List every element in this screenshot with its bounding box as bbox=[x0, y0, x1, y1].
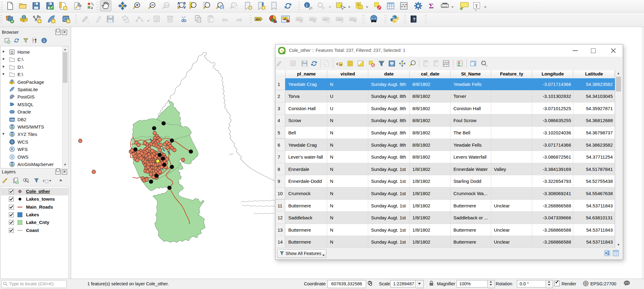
svg-text:ε: ε bbox=[336, 61, 339, 66]
svg-text:DB2: DB2 bbox=[10, 118, 15, 121]
svg-text:abc: abc bbox=[350, 17, 356, 21]
svg-text:V: V bbox=[11, 148, 13, 151]
svg-text:»: » bbox=[59, 177, 62, 183]
svg-text:?: ? bbox=[413, 17, 415, 22]
svg-text:i: i bbox=[306, 3, 307, 8]
svg-text:abc: abc bbox=[337, 17, 342, 21]
svg-text:1:1: 1:1 bbox=[165, 4, 169, 7]
svg-text:i: i bbox=[44, 38, 45, 43]
svg-text:ε: ε bbox=[43, 178, 45, 183]
svg-text:a: a bbox=[91, 5, 93, 10]
svg-text:ab: ab bbox=[283, 17, 287, 21]
svg-text:Σ: Σ bbox=[429, 2, 434, 10]
svg-text:T: T bbox=[475, 3, 478, 9]
svg-text:abc: abc bbox=[256, 17, 261, 21]
